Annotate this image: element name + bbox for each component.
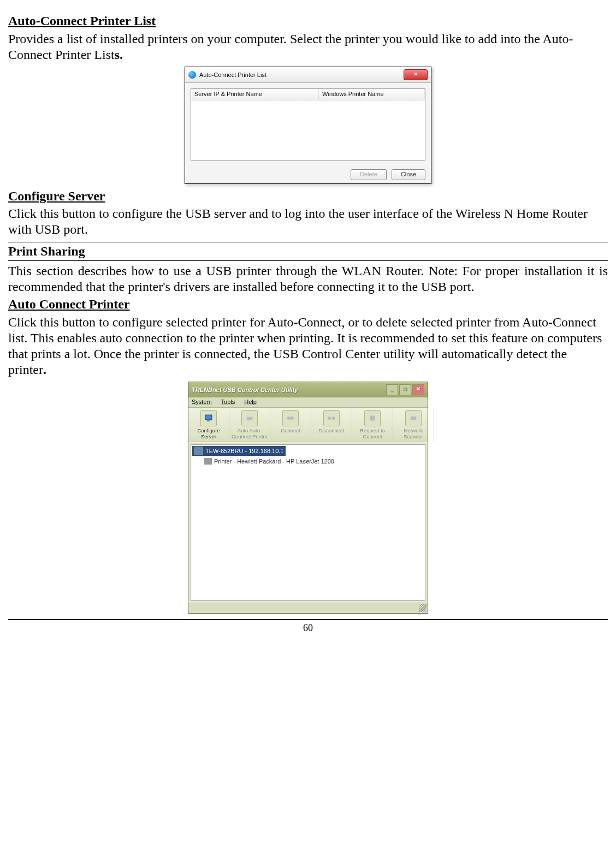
auto-connect-printer-button[interactable]: Auto Auto-Connect Printer [229,408,270,442]
paragraph: Click this button to configure selected … [8,314,608,377]
network-scanner-button[interactable]: Network Scanner [393,408,434,442]
svg-point-5 [291,417,294,420]
server-icon [194,447,203,455]
tree-printer-node[interactable]: Printer - Hewlett Packard - HP LaserJet … [204,457,424,466]
request-icon [364,410,381,426]
svg-rect-3 [248,415,251,417]
disconnect-button[interactable]: Disconnect [311,408,352,442]
toolbar: Configure Server Auto Auto-Connect Print… [188,408,428,443]
svg-point-6 [328,417,331,420]
device-tree[interactable]: TEW-652BRU - 192.168.10.1 Printer - Hewl… [191,444,425,601]
resize-grip[interactable] [419,604,427,612]
close-button[interactable]: ✕ [404,69,428,80]
svg-rect-8 [370,415,375,420]
heading-configure-server: Configure Server [8,189,105,203]
maximize-button[interactable]: □ [399,384,411,395]
printer-list[interactable]: Server IP & Printer Name Windows Printer… [191,88,425,161]
paragraph: Click this button to configure the USB s… [8,206,608,237]
globe-icon [188,71,196,79]
auto-connect-printer-list-dialog: Auto-Connect Printer List ✕ Server IP & … [185,67,431,183]
menu-help[interactable]: Help [244,399,257,405]
svg-point-7 [332,417,335,420]
minimize-button[interactable]: _ [386,384,398,395]
heading-auto-connect-printer: Auto Connect Printer [8,297,130,311]
svg-point-4 [287,417,291,420]
page-footer: 60 [8,619,608,634]
svg-rect-0 [205,415,212,420]
section-heading-print-sharing: Print Sharing [8,242,608,261]
close-button[interactable]: Close [392,169,425,180]
column-header-windows[interactable]: Windows Printer Name [319,89,425,99]
configure-server-button[interactable]: Configure Server [188,408,229,442]
delete-button[interactable]: Delete [351,169,387,180]
menu-bar: System Tools Help [188,397,428,407]
connect-icon [282,410,299,426]
page-number: 60 [303,622,313,633]
dialog-title: Auto-Connect Printer List [199,72,266,79]
printer-icon [241,410,258,426]
svg-rect-2 [247,417,253,420]
usb-control-center-window: TRENDnet USB Control Center Utility _ □ … [188,382,428,614]
scanner-icon [405,410,422,426]
column-header-server[interactable]: Server IP & Printer Name [191,89,319,99]
paragraph: This section describes how to use a USB … [8,263,608,295]
svg-rect-9 [411,417,417,420]
status-bar [188,603,428,613]
heading-auto-connect-list: Auto-Connect Printer List [8,14,156,28]
menu-tools[interactable]: Tools [221,399,235,405]
close-button[interactable]: ✕ [412,384,424,395]
paragraph: Provides a list of installed printers on… [8,31,608,63]
dialog-titlebar: Auto-Connect Printer List ✕ [185,67,431,83]
tree-server-node[interactable]: TEW-652BRU - 192.168.10.1 [192,446,286,456]
request-connect-button[interactable]: Request to Connect [352,408,393,442]
window-titlebar: TRENDnet USB Control Center Utility _ □ … [188,382,428,397]
window-title: TRENDnet USB Control Center Utility [192,387,298,394]
svg-rect-1 [207,420,210,421]
disconnect-icon [323,410,340,426]
configure-icon [200,410,217,426]
connect-button[interactable]: Connect [270,408,311,442]
printer-icon [204,458,212,465]
menu-system[interactable]: System [192,399,212,405]
